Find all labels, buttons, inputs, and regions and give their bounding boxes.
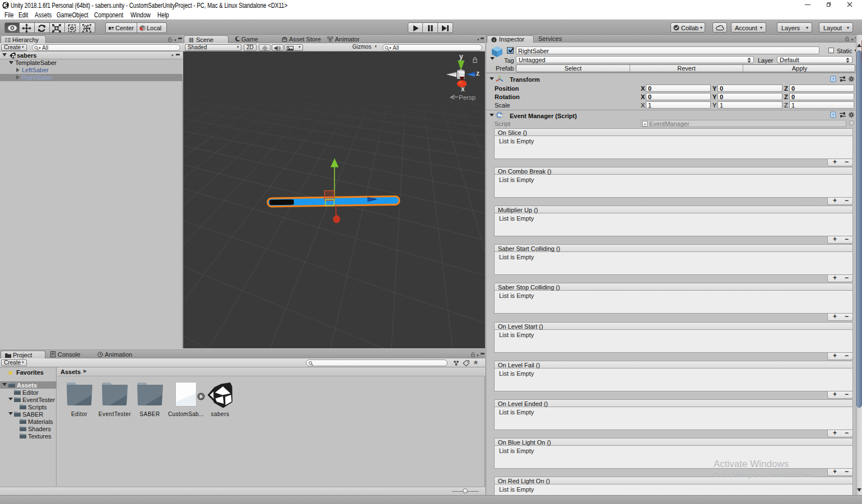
svg-text:x: x [461,85,465,93]
svg-text:y: y [459,53,463,60]
svg-text:i: i [493,38,495,43]
svg-text:z: z [476,69,479,77]
svg-text:?: ? [832,113,835,118]
svg-text:Persp: Persp [459,94,476,101]
svg-text:?: ? [832,77,835,82]
